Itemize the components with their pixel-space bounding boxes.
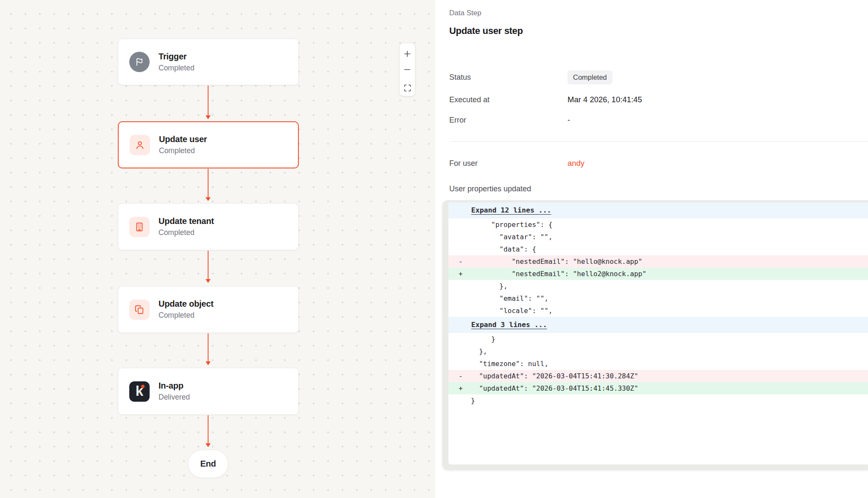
status-row: Status Completed — [449, 69, 855, 86]
workflow-node-update-tenant[interactable]: Update tenant Completed — [118, 203, 299, 250]
status-label: Status — [449, 73, 568, 82]
node-text: Update user Completed — [159, 134, 207, 155]
node-text: Update tenant Completed — [159, 216, 214, 237]
error-row: Error - — [449, 114, 855, 126]
zoom-in-button[interactable] — [399, 46, 415, 62]
building-icon — [129, 217, 150, 237]
edge-arrow — [208, 169, 209, 197]
diff-section-label: User properties updated — [449, 185, 531, 193]
node-title: Trigger — [159, 52, 195, 62]
node-status: Completed — [159, 146, 207, 155]
diff-line-added: + "nestedEmail": "hello2@knock.app" — [448, 268, 868, 280]
page-title: Update user step — [449, 25, 523, 36]
error-value: - — [568, 115, 570, 125]
workflow-debugger-page: Trigger Completed Update user Completed — [0, 0, 868, 498]
diff-code-block: Expand 12 lines ... "properties": { "ava… — [448, 202, 868, 464]
for-user-row: For user andy — [449, 157, 855, 170]
diff-line: }, — [448, 280, 868, 292]
diff-line: "email": "", — [448, 292, 868, 305]
copy-icon — [129, 299, 150, 320]
edge-arrow — [208, 415, 209, 443]
fit-view-icon — [403, 84, 412, 92]
node-title: In-app — [159, 381, 190, 391]
node-status: Delivered — [159, 393, 190, 402]
section-divider — [449, 141, 868, 142]
node-text: Update object Completed — [159, 299, 214, 320]
diff-line: "data": { — [448, 243, 868, 255]
status-badge: Completed — [568, 70, 612, 84]
end-label: End — [200, 459, 216, 469]
diff-line: "locale": "", — [448, 305, 868, 317]
workflow-node-in-app[interactable]: k In-app Delivered — [118, 368, 299, 415]
expand-lines-label: Expand 3 lines ... — [471, 317, 547, 333]
for-user-link[interactable]: andy — [568, 159, 584, 168]
knock-icon: k — [129, 381, 150, 402]
error-label: Error — [449, 116, 568, 125]
diff-line-removed: - "updatedAt": "2026-03-04T15:41:30.284Z… — [448, 370, 868, 382]
diff-line: "avatar": "", — [448, 231, 868, 243]
executed-at-label: Executed at — [449, 95, 568, 104]
workflow-node-update-user[interactable]: Update user Completed — [118, 121, 299, 168]
flag-icon — [129, 52, 150, 72]
step-type-label: Data Step — [449, 9, 481, 17]
fit-view-button[interactable] — [399, 80, 415, 96]
edge-arrow — [208, 333, 209, 361]
node-status: Completed — [159, 311, 214, 320]
diff-line: } — [448, 394, 868, 407]
node-text: In-app Delivered — [159, 381, 190, 402]
node-title: Update object — [159, 299, 214, 309]
diff-line: "timezone": null, — [448, 358, 868, 370]
expand-lines-label: Expand 12 lines ... — [471, 202, 551, 218]
edge-arrow — [208, 86, 209, 115]
workflow-node-update-object[interactable]: Update object Completed — [118, 286, 299, 333]
workflow-node-trigger[interactable]: Trigger Completed — [118, 39, 299, 85]
expand-lines-button[interactable]: Expand 12 lines ... — [448, 202, 868, 218]
node-status: Completed — [159, 228, 214, 237]
diff-line: "properties": { — [448, 218, 868, 231]
diff-line: } — [448, 333, 868, 345]
knock-logo-dot — [141, 385, 145, 388]
zoom-out-button[interactable] — [399, 62, 415, 77]
diff-section-header: User properties updated — [449, 182, 855, 195]
expand-lines-button[interactable]: Expand 3 lines ... — [448, 317, 868, 333]
user-icon — [130, 135, 150, 155]
canvas-zoom-controls — [399, 43, 415, 96]
for-user-label: For user — [449, 159, 568, 168]
diff-line-removed: - "nestedEmail": "hello@knock.app" — [448, 255, 868, 268]
node-title: Update tenant — [159, 216, 214, 226]
executed-at-value: Mar 4 2026, 10:41:45 — [568, 95, 642, 104]
diff-line: }, — [448, 345, 868, 358]
node-status: Completed — [159, 64, 195, 73]
diff-line-added: + "updatedAt": "2026-03-04T15:41:45.330Z… — [448, 382, 868, 394]
node-title: Update user — [159, 134, 207, 144]
edge-arrow — [208, 251, 209, 279]
user-properties-diff: Expand 12 lines ... "properties": { "ava… — [442, 200, 868, 470]
step-detail-panel: Data Step Update user step Status Comple… — [434, 0, 868, 498]
workflow-node-end[interactable]: End — [188, 450, 228, 478]
node-text: Trigger Completed — [159, 52, 195, 73]
workflow-canvas[interactable]: Trigger Completed Update user Completed — [0, 0, 434, 498]
executed-at-row: Executed at Mar 4 2026, 10:41:45 — [449, 93, 855, 106]
